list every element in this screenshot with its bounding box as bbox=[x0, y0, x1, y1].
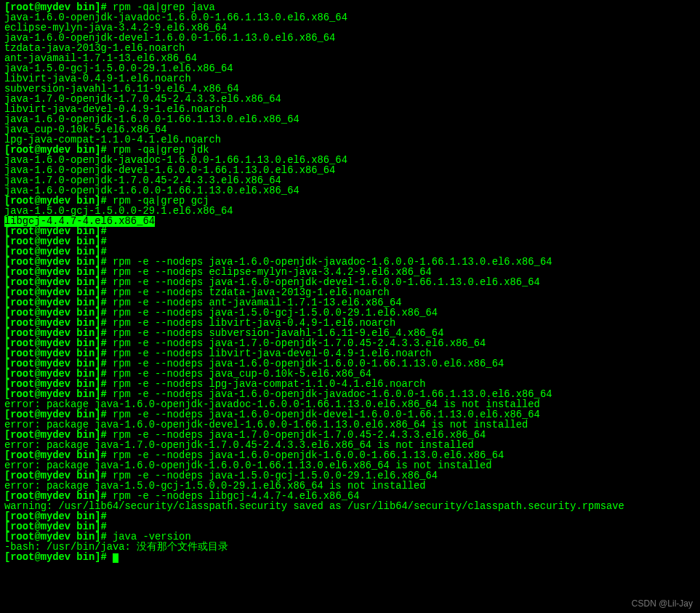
terminal-output[interactable]: [root@mydev bin]# rpm -qa|grep javajava-… bbox=[0, 0, 700, 566]
prompt: [root@mydev bin]# bbox=[4, 369, 107, 380]
prompt: [root@mydev bin]# bbox=[4, 328, 107, 339]
prompt: [root@mydev bin]# bbox=[4, 267, 107, 278]
prompt: [root@mydev bin]# bbox=[4, 491, 107, 502]
command-input: rpm -e --nodeps java-1.6.0-openjdk-devel… bbox=[113, 409, 540, 420]
command-input: rpm -e --nodeps java-1.5.0-gcj-1.5.0.0-2… bbox=[113, 470, 438, 481]
command-input: rpm -e --nodeps java-1.5.0-gcj-1.5.0.0-2… bbox=[113, 308, 438, 318]
warning-line: warning: /usr/lib64/security/classpath.s… bbox=[4, 501, 624, 512]
command-input: rpm -e --nodeps java-1.6.0-openjdk-javad… bbox=[113, 257, 552, 268]
output-line: java_cup-0.10k-5.el6.x86_64 bbox=[4, 124, 167, 135]
command-input: rpm -e --nodeps java-1.7.0-openjdk-1.7.0… bbox=[113, 338, 486, 349]
prompt: [root@mydev bin]# bbox=[4, 277, 107, 288]
prompt: [root@mydev bin]# bbox=[4, 297, 107, 308]
output-line: java-1.6.0-openjdk-1.6.0.0-1.66.1.13.0.e… bbox=[4, 114, 299, 125]
prompt: [root@mydev bin]# bbox=[4, 338, 107, 349]
output-line: libvirt-java-devel-0.4.9-1.el6.noarch bbox=[4, 104, 227, 115]
prompt: [root@mydev bin]# bbox=[4, 430, 107, 441]
output-line: tzdata-java-2013g-1.el6.noarch bbox=[4, 43, 185, 54]
command-input: rpm -e --nodeps java-1.6.0-openjdk-1.6.0… bbox=[113, 358, 504, 369]
prompt: [root@mydev bin]# bbox=[4, 318, 107, 329]
command-input: rpm -e --nodeps java-1.6.0-openjdk-devel… bbox=[113, 277, 540, 288]
command-input: rpm -e --nodeps tzdata-java-2013g-1.el6.… bbox=[113, 287, 390, 298]
error-line: error: package java-1.6.0-openjdk-devel-… bbox=[4, 420, 528, 430]
command-input: rpm -e --nodeps java-1.6.0-openjdk-1.6.0… bbox=[113, 450, 504, 461]
prompt: [root@mydev bin]# bbox=[4, 358, 107, 369]
command-input: rpm -e --nodeps eclipse-mylyn-java-3.4.2… bbox=[113, 267, 432, 278]
command-input: rpm -e --nodeps java-1.7.0-openjdk-1.7.0… bbox=[113, 430, 486, 441]
prompt: [root@mydev bin]# bbox=[4, 532, 107, 542]
command-input: rpm -e --nodeps java-1.6.0-openjdk-javad… bbox=[113, 389, 552, 400]
command-input: rpm -qa|grep jdk bbox=[113, 145, 209, 156]
cursor[interactable] bbox=[113, 553, 118, 563]
prompt: [root@mydev bin]# bbox=[4, 450, 107, 461]
output-line: java-1.6.0-openjdk-devel-1.6.0.0-1.66.1.… bbox=[4, 165, 335, 176]
output-line: ant-javamail-1.7.1-13.el6.x86_64 bbox=[4, 53, 197, 64]
command-input: rpm -e --nodeps subversion-javahl-1.6.11… bbox=[113, 328, 443, 339]
error-line: error: package java-1.5.0-gcj-1.5.0.0-29… bbox=[4, 481, 426, 492]
command-input: java -version bbox=[113, 532, 191, 542]
prompt: [root@mydev bin]# bbox=[4, 389, 107, 400]
output-line: java-1.7.0-openjdk-1.7.0.45-2.4.3.3.el6.… bbox=[4, 175, 281, 186]
command-input: rpm -qa|grep java bbox=[113, 2, 215, 13]
error-line: error: package java-1.7.0-openjdk-1.7.0.… bbox=[4, 440, 474, 451]
highlighted-text: libgcj-4.4.7-4.el6.x86_64 bbox=[4, 216, 155, 227]
prompt: [root@mydev bin]# bbox=[4, 226, 107, 237]
output-line: java-1.7.0-openjdk-1.7.0.45-2.4.3.3.el6.… bbox=[4, 94, 281, 105]
command-input: rpm -e --nodeps libvirt-java-0.4.9-1.el6… bbox=[113, 318, 395, 329]
output-line: subversion-javahl-1.6.11-9.el6_4.x86_64 bbox=[4, 84, 239, 95]
prompt: [root@mydev bin]# bbox=[4, 196, 107, 207]
prompt: [root@mydev bin]# bbox=[4, 348, 107, 359]
command-input: rpm -qa|grep gcj bbox=[113, 196, 209, 207]
prompt: [root@mydev bin]# bbox=[4, 287, 107, 298]
prompt: [root@mydev bin]# bbox=[4, 145, 107, 156]
prompt: [root@mydev bin]# bbox=[4, 379, 107, 390]
command-input: rpm -e --nodeps lpg-java-compat-1.1.0-4.… bbox=[113, 379, 426, 390]
prompt: [root@mydev bin]# bbox=[4, 521, 107, 532]
prompt: [root@mydev bin]# bbox=[4, 236, 107, 247]
command-input: rpm -e --nodeps libgcj-4.4.7-4.el6.x86_6… bbox=[113, 491, 359, 502]
output-line: libvirt-java-0.4.9-1.el6.noarch bbox=[4, 73, 191, 84]
command-input: rpm -e --nodeps java_cup-0.10k-5.el6.x86… bbox=[113, 369, 371, 380]
output-line: lpg-java-compat-1.1.0-4.1.el6.noarch bbox=[4, 135, 221, 145]
output-line: java-1.6.0-openjdk-javadoc-1.6.0.0-1.66.… bbox=[4, 12, 347, 23]
prompt: [root@mydev bin]# bbox=[4, 247, 107, 257]
watermark: CSDN @Lil-Jay bbox=[632, 598, 693, 609]
prompt: [root@mydev bin]# bbox=[4, 2, 107, 13]
output-line: java-1.5.0-gcj-1.5.0.0-29.1.el6.x86_64 bbox=[4, 63, 233, 74]
prompt: [root@mydev bin]# bbox=[4, 257, 107, 268]
command-input: rpm -e --nodeps libvirt-java-devel-0.4.9… bbox=[113, 348, 432, 359]
output-line: eclipse-mylyn-java-3.4.2-9.el6.x86_64 bbox=[4, 23, 227, 33]
prompt: [root@mydev bin]# bbox=[4, 511, 107, 522]
error-line: -bash: /usr/bin/java: 没有那个文件或目录 bbox=[4, 542, 228, 553]
output-line: java-1.6.0-openjdk-devel-1.6.0.0-1.66.1.… bbox=[4, 33, 335, 44]
command-input: rpm -e --nodeps ant-javamail-1.7.1-13.el… bbox=[113, 297, 401, 308]
error-line: error: package java-1.6.0-openjdk-1.6.0.… bbox=[4, 460, 492, 471]
output-line: java-1.5.0-gcj-1.5.0.0-29.1.el6.x86_64 bbox=[4, 206, 233, 217]
error-line: error: package java-1.6.0-openjdk-javado… bbox=[4, 399, 540, 410]
prompt: [root@mydev bin]# bbox=[4, 470, 107, 481]
prompt: [root@mydev bin]# bbox=[4, 409, 107, 420]
prompt: [root@mydev bin]# bbox=[4, 552, 107, 563]
output-line: java-1.6.0-openjdk-1.6.0.0-1.66.1.13.0.e… bbox=[4, 185, 299, 196]
prompt: [root@mydev bin]# bbox=[4, 308, 107, 318]
output-line: java-1.6.0-openjdk-javadoc-1.6.0.0-1.66.… bbox=[4, 155, 347, 166]
